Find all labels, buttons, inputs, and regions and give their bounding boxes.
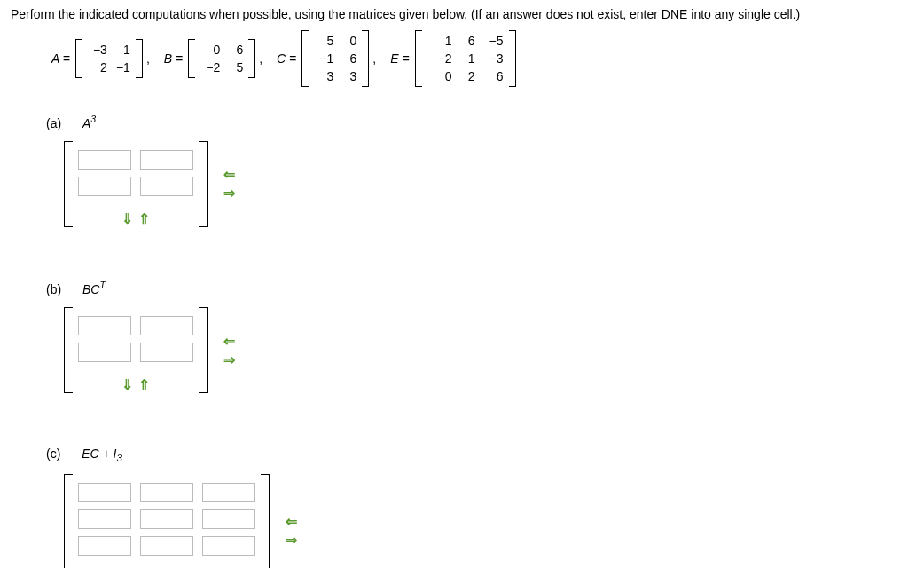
matrix-e: 1 6 −5 −2 1 −3 0 2 6 <box>415 30 516 87</box>
answer-cell[interactable] <box>78 483 131 502</box>
remove-col-icon[interactable]: ⇐ <box>286 513 297 530</box>
add-row-icon[interactable]: ⇑ <box>138 376 150 393</box>
answer-cell[interactable] <box>78 343 131 362</box>
matrix-cell: 0 <box>335 32 358 50</box>
matrix-a-label: A = <box>51 51 70 66</box>
remove-col-icon[interactable]: ⇐ <box>223 166 235 183</box>
bracket-right <box>199 141 208 227</box>
matrix-definitions: A = −3 1 2 −1 , B = 0 6 −2 5 <box>46 30 913 87</box>
add-col-icon[interactable]: ⇒ <box>223 351 235 368</box>
matrix-a: −3 1 2 −1 <box>75 39 143 78</box>
answer-cell[interactable] <box>140 316 193 335</box>
matrix-c-label: C = <box>277 51 296 66</box>
matrix-cell: −1 <box>109 59 132 76</box>
remove-row-icon[interactable]: ⇓ <box>121 376 133 393</box>
matrix-cell: 0 <box>426 67 454 85</box>
matrix-cell: 3 <box>335 67 358 85</box>
add-row-icon[interactable]: ⇑ <box>138 210 150 227</box>
matrix-cell: 1 <box>454 50 477 67</box>
bracket-left <box>64 141 73 227</box>
bracket-right <box>199 307 208 393</box>
separator: , <box>259 51 262 66</box>
matrix-e-label: E = <box>390 51 409 66</box>
part-c: (c) EC + I3 <box>46 446 913 568</box>
matrix-cell: −3 <box>477 50 505 67</box>
matrix-cell: 5 <box>222 59 245 76</box>
answer-cell[interactable] <box>78 177 131 196</box>
matrix-cell: −2 <box>199 59 222 76</box>
part-a: (a) A3 ⇓ ⇑ ⇐ ⇒ <box>46 114 913 227</box>
answer-cell[interactable] <box>202 483 255 502</box>
matrix-cell: −1 <box>312 50 335 67</box>
answer-cell[interactable] <box>140 483 193 502</box>
part-b-expression: BCT <box>82 282 106 296</box>
answer-cell[interactable] <box>78 509 131 529</box>
answer-cell[interactable] <box>140 509 193 529</box>
matrix-cell: 6 <box>335 50 358 67</box>
answer-cell[interactable] <box>140 343 193 362</box>
answer-cell[interactable] <box>78 536 131 556</box>
matrix-b-label: B = <box>164 51 183 66</box>
part-b-label: (b) <box>46 282 61 296</box>
answer-grid-b <box>73 307 199 371</box>
answer-cell[interactable] <box>78 316 131 335</box>
matrix-cell: 6 <box>222 41 245 59</box>
answer-cell[interactable] <box>78 150 131 170</box>
instruction-text: Perform the indicated computations when … <box>11 7 913 21</box>
answer-cell[interactable] <box>202 536 255 556</box>
matrix-cell: 1 <box>426 32 454 50</box>
part-b: (b) BCT ⇓ ⇑ ⇐ ⇒ <box>46 280 913 394</box>
part-a-label: (a) <box>46 116 61 130</box>
remove-row-icon[interactable]: ⇓ <box>121 210 133 227</box>
matrix-cell: 6 <box>454 32 477 50</box>
add-col-icon[interactable]: ⇒ <box>223 185 235 201</box>
bracket-right <box>261 474 270 568</box>
matrix-cell: 2 <box>86 59 109 76</box>
matrix-cell: 1 <box>109 41 132 59</box>
matrix-cell: 2 <box>454 67 477 85</box>
matrix-cell: −5 <box>477 32 505 50</box>
answer-grid-c <box>73 474 261 564</box>
bracket-left <box>64 474 73 568</box>
add-col-icon[interactable]: ⇒ <box>286 532 297 548</box>
answer-cell[interactable] <box>202 509 255 529</box>
matrix-cell: −3 <box>86 41 109 59</box>
matrix-cell: 5 <box>312 32 335 50</box>
bracket-left <box>64 307 73 393</box>
answer-grid-a <box>73 141 199 205</box>
separator: , <box>146 51 150 66</box>
matrix-cell: −2 <box>426 50 454 67</box>
matrix-b: 0 6 −2 5 <box>188 39 255 78</box>
part-c-expression: EC + I3 <box>82 446 122 461</box>
matrix-cell: 6 <box>477 67 505 85</box>
matrix-cell: 0 <box>199 41 222 59</box>
answer-cell[interactable] <box>140 177 193 196</box>
answer-cell[interactable] <box>140 536 193 556</box>
remove-col-icon[interactable]: ⇐ <box>223 333 235 350</box>
matrix-cell: 3 <box>312 67 335 85</box>
separator: , <box>372 51 376 66</box>
matrix-c: 5 0 −1 6 3 3 <box>301 30 369 87</box>
part-c-label: (c) <box>46 446 60 461</box>
part-a-expression: A3 <box>82 116 96 130</box>
answer-cell[interactable] <box>140 150 193 170</box>
